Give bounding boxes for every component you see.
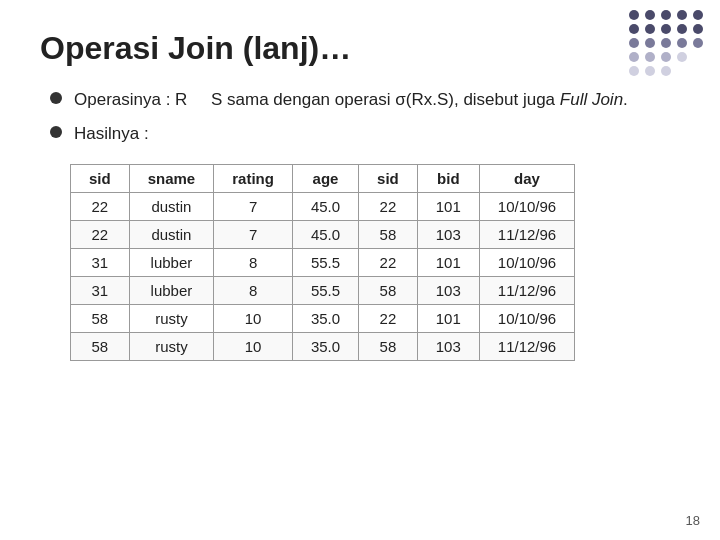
data-table: sid sname rating age sid bid day 22dusti… xyxy=(70,164,575,361)
table-cell: 35.0 xyxy=(292,333,358,361)
table-cell: 10 xyxy=(214,305,293,333)
dot xyxy=(661,38,671,48)
decorative-dots xyxy=(629,10,705,76)
bullet-text-2: Hasilnya : xyxy=(74,121,149,147)
dot xyxy=(645,66,655,76)
bullet-item-1: Operasinya : R S sama dengan operasi σ(R… xyxy=(50,87,680,113)
table-row: 22dustin745.05810311/12/96 xyxy=(71,221,575,249)
table-cell: 10/10/96 xyxy=(479,249,574,277)
table-cell: 103 xyxy=(417,333,479,361)
page-number: 18 xyxy=(686,513,700,528)
dot xyxy=(693,38,703,48)
dot xyxy=(677,24,687,34)
table-cell: 58 xyxy=(359,333,418,361)
table-cell: 7 xyxy=(214,193,293,221)
table-cell: 22 xyxy=(359,305,418,333)
table-row: 22dustin745.02210110/10/96 xyxy=(71,193,575,221)
table-cell: 22 xyxy=(71,193,130,221)
table-cell: dustin xyxy=(129,193,214,221)
dot xyxy=(677,38,687,48)
table-cell: 22 xyxy=(359,249,418,277)
dot xyxy=(661,66,671,76)
table-cell: rusty xyxy=(129,305,214,333)
col-header-bid: bid xyxy=(417,165,479,193)
table-cell: 103 xyxy=(417,221,479,249)
col-header-rating: rating xyxy=(214,165,293,193)
dot xyxy=(645,24,655,34)
dot xyxy=(629,38,639,48)
table-cell: 7 xyxy=(214,221,293,249)
dot xyxy=(677,66,687,76)
table-cell: 45.0 xyxy=(292,221,358,249)
table-cell: 8 xyxy=(214,249,293,277)
bullet-text-1: Operasinya : R S sama dengan operasi σ(R… xyxy=(74,87,628,113)
table-cell: 8 xyxy=(214,277,293,305)
table-cell: 55.5 xyxy=(292,249,358,277)
table-row: 58rusty1035.05810311/12/96 xyxy=(71,333,575,361)
table-cell: 55.5 xyxy=(292,277,358,305)
dot xyxy=(645,10,655,20)
table-container: sid sname rating age sid bid day 22dusti… xyxy=(70,164,680,361)
table-cell: dustin xyxy=(129,221,214,249)
dot xyxy=(645,38,655,48)
bullet-item-2: Hasilnya : xyxy=(50,121,680,147)
table-cell: rusty xyxy=(129,333,214,361)
dot xyxy=(629,10,639,20)
table-cell: 10/10/96 xyxy=(479,193,574,221)
table-cell: lubber xyxy=(129,249,214,277)
table-cell: 31 xyxy=(71,249,130,277)
table-cell: 58 xyxy=(71,333,130,361)
table-cell: 31 xyxy=(71,277,130,305)
table-cell: 45.0 xyxy=(292,193,358,221)
dot xyxy=(661,10,671,20)
dot xyxy=(677,10,687,20)
dot xyxy=(661,52,671,62)
dot xyxy=(693,66,703,76)
table-cell: 58 xyxy=(359,221,418,249)
table-cell: 101 xyxy=(417,249,479,277)
table-cell: 35.0 xyxy=(292,305,358,333)
table-row: 31lubber855.55810311/12/96 xyxy=(71,277,575,305)
bullet-marker xyxy=(50,126,62,138)
table-cell: 58 xyxy=(71,305,130,333)
bullet-marker xyxy=(50,92,62,104)
dot xyxy=(693,52,703,62)
dot xyxy=(629,52,639,62)
table-cell: 101 xyxy=(417,305,479,333)
table-cell: 10/10/96 xyxy=(479,305,574,333)
table-cell: 58 xyxy=(359,277,418,305)
table-header-row: sid sname rating age sid bid day xyxy=(71,165,575,193)
table-cell: lubber xyxy=(129,277,214,305)
table-row: 58rusty1035.02210110/10/96 xyxy=(71,305,575,333)
dot xyxy=(693,10,703,20)
col-header-sid2: sid xyxy=(359,165,418,193)
col-header-age: age xyxy=(292,165,358,193)
slide: Operasi Join (lanj)… Operasinya : R S sa… xyxy=(0,0,720,540)
dot xyxy=(693,24,703,34)
dot xyxy=(645,52,655,62)
table-cell: 11/12/96 xyxy=(479,221,574,249)
table-cell: 101 xyxy=(417,193,479,221)
table-cell: 103 xyxy=(417,277,479,305)
table-cell: 22 xyxy=(359,193,418,221)
dot xyxy=(661,24,671,34)
italic-text: Full Join xyxy=(560,90,623,109)
col-header-sname: sname xyxy=(129,165,214,193)
table-cell: 22 xyxy=(71,221,130,249)
col-header-sid1: sid xyxy=(71,165,130,193)
dot xyxy=(677,52,687,62)
page-title: Operasi Join (lanj)… xyxy=(40,30,680,67)
dot xyxy=(629,24,639,34)
table-cell: 10 xyxy=(214,333,293,361)
bullet-list: Operasinya : R S sama dengan operasi σ(R… xyxy=(50,87,680,146)
col-header-day: day xyxy=(479,165,574,193)
table-cell: 11/12/96 xyxy=(479,333,574,361)
dot xyxy=(629,66,639,76)
table-cell: 11/12/96 xyxy=(479,277,574,305)
table-row: 31lubber855.52210110/10/96 xyxy=(71,249,575,277)
